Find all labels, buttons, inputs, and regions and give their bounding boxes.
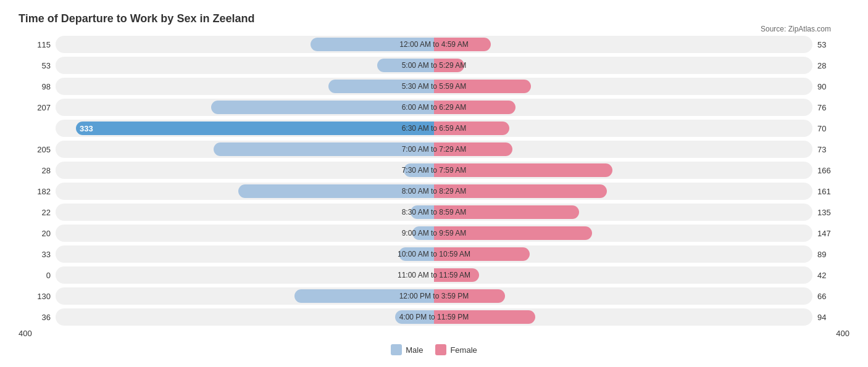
female-value: 28 (812, 61, 849, 70)
male-value: 207 (19, 103, 56, 112)
female-value: 161 (812, 187, 849, 196)
chart-row: 11512:00 AM to 4:59 AM53 (19, 35, 849, 54)
legend-male-label: Male (406, 345, 423, 355)
female-value: 90 (812, 82, 849, 91)
female-bar (434, 247, 530, 261)
male-value: 0 (19, 271, 56, 280)
female-value: 73 (812, 145, 849, 154)
bar-inner: 8:00 AM to 8:29 AM (56, 184, 812, 198)
male-value: 22 (19, 208, 56, 217)
bar-area: 11:00 AM to 11:59 AM (56, 266, 812, 284)
female-value: 135 (812, 208, 849, 217)
bar-inner: 7:00 AM to 7:29 AM (56, 142, 812, 156)
female-bar (434, 289, 505, 303)
bar-area: 8:00 AM to 8:29 AM (56, 183, 812, 200)
male-value: 36 (19, 313, 56, 322)
chart-row: 209:00 AM to 9:59 AM147 (19, 224, 849, 242)
bar-area: 8:30 AM to 8:59 AM (56, 204, 812, 221)
male-value: 205 (19, 145, 56, 154)
legend-female: Female (435, 344, 477, 355)
bar-inner: 9:00 AM to 9:59 AM (56, 226, 812, 240)
source-label: Source: ZipAtlas.com (761, 25, 831, 33)
bar-area: 5:00 AM to 5:29 AM (56, 57, 812, 74)
female-value: 70 (812, 124, 849, 133)
axis-right: 400 (836, 329, 849, 338)
bar-inner: 4:00 PM to 11:59 PM (56, 310, 812, 324)
male-value: 115 (19, 40, 56, 49)
female-value: 89 (812, 250, 849, 259)
chart-row: 2076:00 AM to 6:29 AM76 (19, 98, 849, 117)
bar-area: 6:00 AM to 6:29 AM (56, 99, 812, 116)
female-value: 147 (812, 229, 849, 238)
bar-area: 9:00 AM to 9:59 AM (56, 225, 812, 242)
bar-inner: 10:00 AM to 10:59 AM (56, 247, 812, 261)
male-bar (411, 205, 434, 219)
male-bar (294, 289, 434, 303)
female-value: 53 (812, 40, 849, 49)
female-bar (434, 59, 464, 72)
chart-row: 3333336:30 AM to 6:59 AM70 (19, 119, 849, 138)
male-value: 182 (19, 187, 56, 196)
chart-title: Time of Departure to Work by Sex in Zeel… (19, 12, 849, 25)
bar-area: 12:00 AM to 4:59 AM (56, 36, 812, 53)
bar-area: 12:00 PM to 3:59 PM (56, 287, 812, 305)
male-bar (377, 59, 434, 72)
bar-inner: 5:00 AM to 5:29 AM (56, 59, 812, 72)
chart-row: 13012:00 PM to 3:59 PM66 (19, 287, 849, 305)
male-bar (399, 247, 434, 261)
chart-row: 287:30 AM to 7:59 AM166 (19, 161, 849, 179)
bar-inner: 8:30 AM to 8:59 AM (56, 205, 812, 219)
bar-inner: 7:30 AM to 7:59 AM (56, 163, 812, 177)
legend-female-box (435, 344, 446, 355)
axis-left: 400 (19, 329, 32, 338)
bar-area: 4:00 PM to 11:59 PM (56, 308, 812, 326)
male-bar (211, 101, 434, 114)
male-value: 130 (19, 292, 56, 301)
male-value: 33 (19, 250, 56, 259)
bar-area: 7:30 AM to 7:59 AM (56, 162, 812, 179)
female-bar (434, 226, 592, 240)
male-bar (328, 80, 434, 93)
bar-area: 5:30 AM to 5:59 AM (56, 78, 812, 95)
female-value: 66 (812, 292, 849, 301)
female-bar (434, 38, 491, 51)
chart-row: 535:00 AM to 5:29 AM28 (19, 56, 849, 75)
legend-male: Male (391, 344, 423, 355)
female-bar (434, 184, 607, 198)
chart-row: 2057:00 AM to 7:29 AM73 (19, 140, 849, 159)
female-value: 94 (812, 313, 849, 322)
bar-area: 3336:30 AM to 6:59 AM (56, 120, 812, 137)
female-value: 76 (812, 103, 849, 112)
chart-row: 228:30 AM to 8:59 AM135 (19, 203, 849, 221)
female-bar (434, 163, 612, 177)
male-value: 28 (19, 166, 56, 175)
legend-female-label: Female (450, 345, 477, 355)
male-bar (404, 163, 434, 177)
bar-area: 7:00 AM to 7:29 AM (56, 141, 812, 158)
legend-male-box (391, 344, 402, 355)
chart-row: 011:00 AM to 11:59 AM42 (19, 266, 849, 284)
bar-inner: 6:00 AM to 6:29 AM (56, 101, 812, 114)
bar-inner: 5:30 AM to 5:59 AM (56, 80, 812, 93)
male-value: 20 (19, 229, 56, 238)
female-bar (434, 205, 579, 219)
female-bar (434, 101, 515, 114)
male-bar (238, 184, 434, 198)
female-bar (434, 268, 479, 282)
female-bar (434, 142, 512, 156)
chart-row: 1828:00 AM to 8:29 AM161 (19, 182, 849, 200)
chart-row: 985:30 AM to 5:59 AM90 (19, 77, 849, 96)
male-bar (311, 38, 434, 51)
female-bar (434, 80, 531, 93)
male-bar (214, 142, 434, 156)
male-value: 98 (19, 82, 56, 91)
female-value: 42 (812, 271, 849, 280)
legend: Male Female (19, 344, 849, 355)
male-bar (395, 310, 434, 324)
bar-inner: 12:00 AM to 4:59 AM (56, 38, 812, 51)
chart-container: 11512:00 AM to 4:59 AM53535:00 AM to 5:2… (19, 35, 849, 355)
bar-area: 10:00 AM to 10:59 AM (56, 245, 812, 263)
male-bar (412, 226, 434, 240)
chart-row: 364:00 PM to 11:59 PM94 (19, 308, 849, 326)
chart-row: 3310:00 AM to 10:59 AM89 (19, 245, 849, 263)
